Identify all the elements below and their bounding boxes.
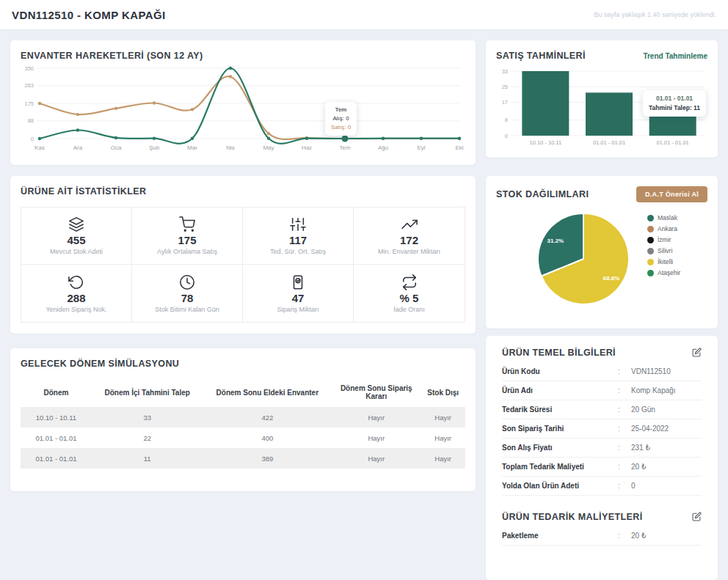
info-colon: :	[618, 425, 631, 433]
svg-text:263: 263	[24, 82, 34, 89]
info-row: Yolda Olan Ürün Adeti:0	[502, 477, 702, 496]
table-cell: Hayır	[332, 427, 421, 448]
svg-text:01.01 - 01.01: 01.01 - 01.01	[593, 139, 625, 146]
stat-label: Stok Bitimi Kalan Gün	[155, 306, 219, 313]
stats-panel-title: ÜRÜNE AİT İSTATİSTİKLER	[21, 186, 465, 197]
tooltip-forecast-value: Tahmini Talep: 11	[649, 103, 700, 113]
product-info-panel: ÜRÜN TEMEL BİLGİLERİ Ürün Kodu:VDN112510…	[486, 336, 718, 580]
info-value: 231 ₺	[631, 444, 702, 452]
svg-text:33: 33	[502, 68, 508, 75]
info-row: Tedarik Süresi:20 Gün	[502, 400, 702, 419]
left-column: ENVANTER HAREKETLERİ (SON 12 AY) 0881752…	[10, 40, 476, 580]
page-title: VDN112510 - KOMP KAPAĞI	[12, 9, 166, 21]
table-cell: 01.01 - 01.01	[21, 427, 92, 448]
table-column-header: Dönem İçi Tahmini Talep	[92, 378, 203, 407]
cart-icon	[179, 216, 195, 232]
sales-bar-chart[interactable]: 0817253310.10 - 10.1101.01 - 01.0101.01 …	[496, 65, 707, 150]
table-column-header: Dönem	[21, 378, 92, 407]
legend-label: Ataşehir	[658, 269, 680, 276]
stat-label: Min. Envanter Miktarı	[378, 248, 440, 255]
top-header: VDN112510 - KOMP KAPAĞI Bu sayfa yaklaşı…	[0, 0, 728, 29]
info-row: Son Alış Fiyatı:231 ₺	[502, 438, 702, 458]
svg-text:31.2%: 31.2%	[547, 238, 564, 244]
info-value: VDN112510	[631, 367, 702, 375]
table-cell: 422	[203, 407, 332, 427]
svg-text:17: 17	[502, 99, 508, 106]
tooltip-month: Tem	[331, 106, 351, 114]
dat-suggestion-button[interactable]: D.A.T Önerisi Al	[636, 186, 707, 202]
svg-text:10.10 - 10.11: 10.10 - 10.11	[530, 139, 562, 146]
stock-panel-title: STOK DAĞILIMLARI	[496, 189, 589, 199]
layers-icon	[68, 216, 84, 232]
legend-label: Silivri	[658, 247, 672, 254]
pie-chart-canvas[interactable]: 68.8%31.2%	[528, 204, 638, 314]
line-chart-canvas[interactable]: 088175263350KasAraOcaŞubMarNisMayHazTemA…	[21, 65, 465, 155]
svg-text:0: 0	[505, 133, 508, 139]
svg-text:88: 88	[28, 117, 34, 124]
simulation-table-header: DönemDönem İçi Tahmini TalepDönem Sonu E…	[21, 378, 465, 407]
svg-text:Kas: Kas	[34, 144, 45, 151]
table-cell: Hayır	[421, 427, 465, 448]
legend-label: İzmir	[658, 236, 671, 243]
svg-text:175: 175	[24, 100, 34, 107]
line-chart-tooltip: Tem Alış: 0 Satış: 0	[325, 102, 357, 136]
order-check-icon	[290, 274, 306, 290]
stat-card: 455Mevcut Stok Adeti	[21, 208, 132, 265]
table-cell: 01.01 - 01.01	[21, 448, 92, 469]
trend-forecast-link[interactable]: Trend Tahminleme	[643, 52, 707, 60]
product-info-title: ÜRÜN TEMEL BİLGİLERİ	[502, 348, 616, 358]
info-colon: :	[618, 532, 631, 540]
svg-text:01.01 - 01.01: 01.01 - 01.01	[657, 139, 689, 146]
table-cell: 11	[92, 448, 203, 469]
info-value: 25-04-2022	[631, 425, 702, 433]
edit-product-info-button[interactable]	[692, 348, 702, 358]
info-label: Ürün Kodu	[502, 367, 618, 375]
info-value: 20 ₺	[631, 532, 702, 540]
legend-color-dot	[647, 270, 654, 276]
info-label: Ürün Adı	[502, 386, 618, 394]
simulation-table-body: 10.10 - 10.1133422HayırHayır01.01 - 01.0…	[21, 407, 465, 469]
stat-card: 288Yeniden Sipariş Nok.	[21, 265, 132, 322]
inventory-line-chart[interactable]: 088175263350KasAraOcaŞubMarNisMayHazTemA…	[21, 65, 465, 158]
bar-chart-tooltip: 01.01 - 01.01 Tahmini Talep: 11	[643, 90, 706, 117]
sales-forecast-panel: SATIŞ TAHMİNLERİ Trend Tahminleme 081725…	[486, 40, 718, 158]
table-row: 01.01 - 01.0122400HayırHayır	[21, 427, 465, 448]
table-column-header: Dönem Sonu Sipariş Kararı	[332, 378, 421, 407]
simulation-panel-title: GELECEK DÖNEM SİMÜLASYONU	[21, 359, 465, 369]
edit-icon	[692, 348, 702, 359]
legend-item: Maslak	[647, 214, 680, 221]
stat-value: 455	[67, 234, 85, 246]
info-row: Ürün Adı:Komp Kapağı	[502, 381, 702, 400]
edit-supply-costs-button[interactable]	[692, 512, 702, 522]
svg-text:May: May	[263, 144, 274, 151]
table-row: 10.10 - 10.1133422HayırHayır	[21, 407, 465, 427]
stock-distribution-panel: STOK DAĞILIMLARI D.A.T Önerisi Al 68.8%3…	[486, 176, 718, 328]
stat-value: 288	[67, 292, 85, 304]
table-column-header: Dönem Sonu Eldeki Envanter	[203, 378, 332, 407]
svg-text:Mar: Mar	[187, 144, 197, 151]
info-label: Son Alış Fiyatı	[502, 444, 618, 452]
stat-label: Yeniden Sipariş Nok.	[46, 306, 106, 313]
legend-item: Silivri	[647, 247, 680, 254]
legend-color-dot	[647, 237, 654, 243]
legend-item: İzmir	[647, 236, 680, 243]
info-row: Ürün Kodu:VDN112510	[502, 362, 702, 381]
supply-costs-rows: Paketleme:20 ₺	[502, 526, 702, 546]
stat-label: Mevcut Stok Adeti	[50, 248, 103, 255]
svg-text:Şub: Şub	[149, 144, 160, 151]
inventory-movements-panel: ENVANTER HAREKETLERİ (SON 12 AY) 0881752…	[10, 40, 476, 165]
svg-text:Eki: Eki	[455, 144, 463, 151]
info-value: 20 ₺	[631, 463, 702, 471]
table-cell: 400	[203, 427, 332, 448]
page-load-info: Bu sayfa yaklaşık 1.40 saniyede yüklendi…	[594, 11, 716, 18]
stat-value: 172	[400, 234, 418, 246]
table-cell: 10.10 - 10.11	[21, 407, 92, 427]
legend-color-dot	[647, 215, 654, 221]
table-cell: 389	[203, 448, 332, 469]
table-cell: 33	[92, 407, 203, 427]
info-colon: :	[618, 386, 631, 394]
stock-pie-chart[interactable]: 68.8%31.2% MaslakAnkaraİzmirSilivriİkite…	[496, 202, 707, 314]
sales-panel-title: SATIŞ TAHMİNLERİ	[496, 51, 586, 61]
svg-text:8: 8	[505, 117, 508, 123]
stat-value: 175	[178, 234, 196, 246]
